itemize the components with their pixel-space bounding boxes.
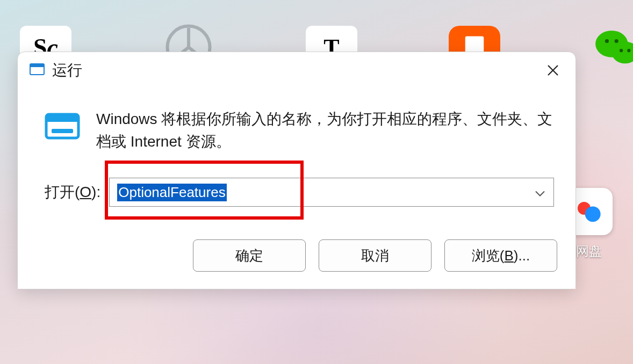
open-combobox[interactable]: OptionalFeatures [109,178,554,207]
svg-point-11 [585,206,601,222]
svg-rect-16 [52,129,73,133]
open-label-suffix: ): [91,184,100,200]
dialog-titlebar: 运行 [18,52,576,86]
browse-key: B [504,247,513,264]
svg-point-5 [615,39,618,43]
run-dialog-icon [30,63,45,77]
open-label-prefix: 打开( [45,184,80,200]
cancel-button-label: 取消 [361,246,389,265]
dialog-description: Windows 将根据你所输入的名称，为你打开相应的程序、文件夹、文档或 Int… [96,108,554,153]
close-button[interactable] [542,60,564,81]
browse-button[interactable]: 浏览(B)... [444,239,557,272]
close-icon [547,64,559,76]
svg-rect-15 [46,114,78,122]
open-label: 打开(O): [45,182,100,202]
svg-rect-13 [30,64,44,67]
browse-button-label: 浏览(B)... [472,246,530,265]
ok-button[interactable]: 确定 [193,239,306,272]
desktop-icon-wechat[interactable] [588,26,633,97]
open-label-key: O [80,184,91,200]
browse-prefix: 浏览( [472,247,505,264]
svg-point-7 [627,49,630,52]
dialog-title: 运行 [52,60,542,81]
ok-button-label: 确定 [235,246,263,265]
dialog-button-row: 确定 取消 浏览(B)... [18,223,576,289]
chevron-down-icon[interactable] [535,184,545,201]
desktop-icon-label: 网盘 [576,243,602,260]
svg-point-4 [605,39,609,43]
browse-suffix: )... [514,247,530,264]
open-combobox-wrap: OptionalFeatures [109,178,554,207]
dialog-body: Windows 将根据你所输入的名称，为你打开相应的程序、文件夹、文档或 Int… [18,86,576,223]
wechat-icon [592,26,633,69]
open-input-value: OptionalFeatures [117,184,226,201]
svg-point-6 [620,49,623,52]
run-dialog: 运行 Windows 将根据你所输入的名称，为你打开相应的程序、文件夹、文档或 … [17,52,576,289]
cancel-button[interactable]: 取消 [319,239,431,272]
run-large-icon [45,111,80,143]
